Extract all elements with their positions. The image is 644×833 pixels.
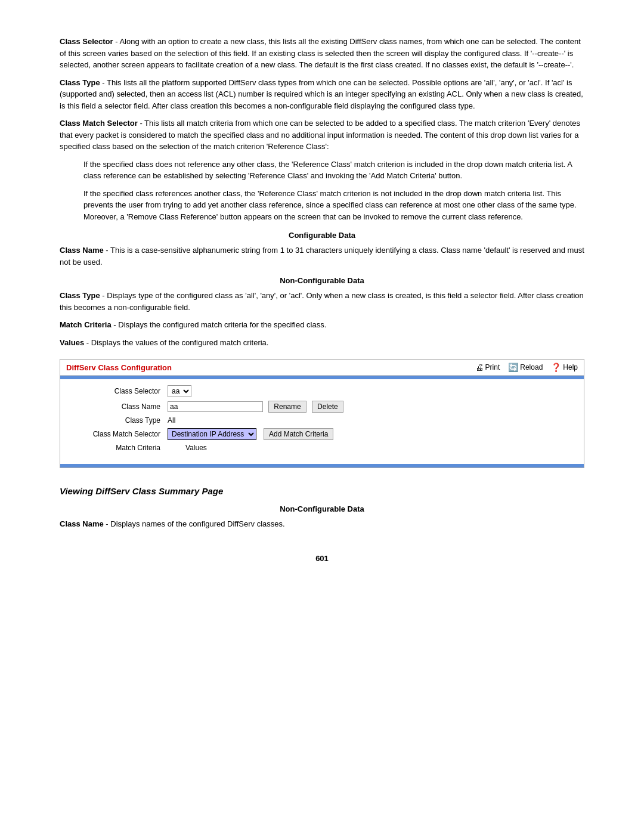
row-class-match-selector: Class Match Selector Destination IP Addr… [72,428,572,440]
para5-bold: Class Type [60,291,100,300]
label-class-match-selector: Class Match Selector [72,430,168,438]
indent-block-2: If the specified class references anothe… [83,188,584,223]
reload-icon: 🔄 [508,363,518,372]
row-class-name: Class Name Rename Delete [72,401,572,413]
viewing-para-text: - Displays names of the configured DiffS… [104,519,285,528]
class-name-input[interactable] [168,401,263,412]
reload-label: Reload [520,363,543,371]
help-button[interactable]: ❓ Help [551,363,578,372]
page-container: Class Selector - Along with an option to… [0,0,644,599]
para-class-type-display: Class Type - Displays type of the config… [60,290,584,313]
heading-configurable: Configurable Data [60,231,584,240]
heading-non-configurable: Non-Configurable Data [60,276,584,285]
add-match-criteria-button[interactable]: Add Match Criteria [264,428,333,440]
row-class-type: Class Type All [72,416,572,425]
para3-bold: Class Match Selector [60,119,138,128]
para7-text: - Displays the values of the configured … [84,338,268,347]
diffserv-toolbar: 🖨 Print 🔄 Reload ❓ Help [475,363,578,372]
print-icon: 🖨 [475,363,484,372]
para1-bold: Class Selector [60,37,113,46]
diffserv-header: DiffServ Class Configuration 🖨 Print 🔄 R… [60,360,584,376]
viewing-heading-non-configurable: Non-Configurable Data [60,504,584,513]
class-selector-select[interactable]: aa [168,385,191,397]
indent1-text: If the specified class does not referenc… [83,160,572,181]
para6-text: - Displays the configured match criteria… [112,320,327,329]
para-class-type: Class Type - This lists all the platform… [60,77,584,112]
label-class-selector: Class Selector [72,387,168,395]
rename-button[interactable]: Rename [268,401,306,413]
para5-text: - Displays type of the configured class … [60,291,584,312]
value-class-match-selector: Destination IP Address Add Match Criteri… [168,428,333,440]
help-label: Help [563,363,578,371]
para1-text: - Along with an option to create a new c… [60,37,581,69]
diffserv-title: DiffServ Class Configuration [66,363,475,372]
value-class-type: All [168,416,175,425]
para-values: Values - Displays the values of the conf… [60,337,584,349]
diffserv-panel: DiffServ Class Configuration 🖨 Print 🔄 R… [60,359,584,468]
para7-bold: Values [60,338,84,347]
viewing-para-bold: Class Name [60,519,104,528]
delete-button[interactable]: Delete [312,401,343,413]
print-button[interactable]: 🖨 Print [475,363,500,372]
label-class-type: Class Type [72,416,168,425]
para4-text: - This is a case-sensitive alphanumeric … [60,246,584,267]
value-class-selector: aa [168,385,191,397]
row-class-selector: Class Selector aa [72,385,572,397]
indent-block-1: If the specified class does not referenc… [83,159,584,182]
reload-button[interactable]: 🔄 Reload [508,363,543,372]
indent2-text: If the specified class references anothe… [83,189,577,221]
para2-bold: Class Type [60,78,100,87]
label-match-criteria-col: Match Criteria [72,444,168,452]
label-class-name: Class Name [72,402,168,411]
para4-bold: Class Name [60,246,104,255]
value-values-col: Values [185,444,207,452]
page-number: 601 [60,554,584,563]
value-class-name: Rename Delete [168,401,343,413]
help-icon: ❓ [551,363,561,372]
para3-text: - This lists all match criteria from whi… [60,119,580,151]
row-criteria-header: Match Criteria Values [72,444,572,452]
para-class-name: Class Name - This is a case-sensitive al… [60,244,584,268]
match-selector-select[interactable]: Destination IP Address [168,428,256,440]
viewing-para-class-name: Class Name - Displays names of the confi… [60,518,584,530]
diffserv-body: Class Selector aa Class Name Rename Dele… [60,379,584,464]
print-label: Print [485,363,500,371]
para-class-selector: Class Selector - Along with an option to… [60,36,584,71]
para2-text: - This lists all the platform supported … [60,78,583,110]
para-class-match-selector: Class Match Selector - This lists all ma… [60,117,584,153]
para-match-criteria: Match Criteria - Displays the configured… [60,319,584,331]
viewing-section-title: Viewing DiffServ Class Summary Page [60,486,584,496]
diffserv-bottom-bar [60,464,584,467]
para6-bold: Match Criteria [60,320,112,329]
